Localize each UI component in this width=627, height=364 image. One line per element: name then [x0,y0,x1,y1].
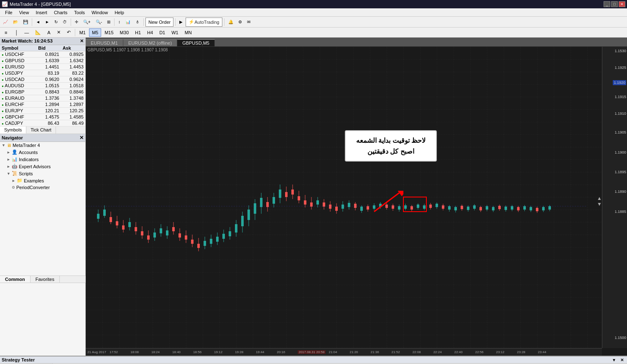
minimize-button[interactable]: _ [604,1,610,7]
folder-icon: 🖥 [7,143,11,148]
market-row[interactable]: ● CADJPY 86.43 86.49 [0,120,85,126]
nav-indicators[interactable]: ► 📊 Indicators [0,156,85,163]
separator-6 [224,18,224,26]
zoom-out-button[interactable]: 🔍- [94,18,104,27]
maximize-button[interactable]: □ [611,1,618,7]
refresh-button[interactable]: ↻ [52,18,60,27]
bar-chart-button[interactable]: 📊 [123,18,133,27]
ask-cell: 0.8925 [61,51,85,58]
market-row[interactable]: ● GBPUSD 1.6339 1.6342 [0,58,85,64]
tab-favorites[interactable]: Favorites [31,276,60,283]
ts-8: 19:28 [235,350,243,354]
market-row[interactable]: ● AUDUSD 1.0515 1.0518 [0,83,85,89]
tester-close-icon[interactable]: ✕ [619,358,625,362]
forward-button[interactable]: ► [43,18,51,27]
new-chart-button[interactable]: 📈 [1,18,10,27]
menu-insert[interactable]: Insert [32,9,51,16]
bid-cell: 83.19 [36,70,61,76]
menu-file[interactable]: File [2,9,16,16]
tf-d1[interactable]: D1 [156,28,168,37]
market-row[interactable]: ● EURGBP 0.8843 0.8846 [0,89,85,95]
tf-delete-button[interactable]: ✕ [54,28,64,37]
nav-examples[interactable]: ► 📁 Examples [0,177,85,184]
bid-cell: 1.3736 [36,95,61,101]
chart-canvas[interactable]: GBPUSD,M5 1.1907 1.1908 1.1907 1.1908 [86,47,627,356]
tab-symbols[interactable]: Symbols [0,126,26,134]
market-row[interactable]: ● EURJPY 120.21 120.25 [0,108,85,114]
tester-minimize[interactable]: ▼ [610,358,618,362]
menu-window[interactable]: Window [88,9,111,16]
tf-horizontal[interactable]: — [21,28,32,37]
tf-text-button[interactable]: A [44,28,53,37]
period-button[interactable]: ↕ [116,18,122,27]
nav-period-converter[interactable]: ⚙ PeriodConverter [0,184,85,191]
chart-scroll-right[interactable]: ▲▼ [597,195,602,207]
new-order-button[interactable]: New Order [145,18,173,27]
navigator-close[interactable]: ✕ [79,135,84,141]
autotrading-button[interactable]: ⚡ AutoTrading [186,18,222,27]
tf-m15[interactable]: M15 [102,28,116,37]
tf-m5[interactable]: M5 [89,28,101,37]
tf-h4[interactable]: H4 [144,28,156,37]
candle-button[interactable]: 🕯 [133,18,142,27]
open-button[interactable]: 📂 [11,18,20,27]
title-bar: 📈 MetaTrader 4 - [GBPUSD,M5] _ □ ✕ [0,0,627,8]
menu-tools[interactable]: Tools [71,9,88,16]
play-button[interactable]: ▶ [177,18,185,27]
price-1530: 1.1530 [614,49,626,53]
market-row[interactable]: ● USDJPY 83.19 83.22 [0,70,85,76]
dot-icon: ● [2,72,4,76]
crosshair-button[interactable]: ✛ [73,18,80,27]
svg-rect-82 [348,203,350,207]
tf-m30[interactable]: M30 [117,28,132,37]
close-button[interactable]: ✕ [619,1,625,7]
menu-charts[interactable]: Charts [51,9,71,16]
svg-rect-14 [135,227,137,231]
market-row[interactable]: ● EURUSD 1.4451 1.4453 [0,64,85,70]
history-button[interactable]: ⏱ [61,18,69,27]
tf-indicator-button[interactable]: 📐 [32,28,44,37]
tf-h1[interactable]: H1 [132,28,144,37]
separator-5 [175,18,176,26]
chart-tab-eurusd-m1[interactable]: EURUSD,M1 [86,39,123,46]
back-button[interactable]: ◄ [34,18,42,27]
nav-accounts[interactable]: ► 👤 Accounts [0,149,85,156]
nav-metatrader4[interactable]: ▼ 🖥 MetaTrader 4 [0,142,85,149]
main-area: Market Watch: 16:24:53 ✕ Symbol Bid Ask … [0,38,627,356]
tf-m1[interactable]: M1 [76,28,89,37]
save-button[interactable]: 💾 [21,18,30,27]
tf-line[interactable]: │ [12,28,21,37]
zoom-in-button[interactable]: 🔍+ [81,18,93,27]
tf-sidebar-button[interactable]: ≡ [2,28,10,37]
market-row[interactable]: ● EURAUD 1.3736 1.3748 [0,95,85,101]
title-bar-controls[interactable]: _ □ ✕ [604,1,625,7]
alert-button[interactable]: 🔔 [226,18,235,27]
chart-tab-gbpusd-m5[interactable]: GBPUSD,M5 [177,39,215,46]
ask-cell: 0.8846 [61,89,85,95]
menu-help[interactable]: Help [111,9,127,16]
market-row[interactable]: ● USDCAD 0.9620 0.9624 [0,76,85,83]
svg-rect-128 [492,207,494,210]
mail-button[interactable]: ✉ [245,18,252,27]
zoom-fit-button[interactable]: ⊞ [105,18,112,27]
tf-w1[interactable]: W1 [168,28,181,37]
market-row[interactable]: ● USDCHF 0.8921 0.8925 [0,51,85,58]
tab-tick-chart[interactable]: Tick Chart [26,126,56,134]
market-watch-table: Symbol Bid Ask ● USDCHF 0.8921 0.8925 ● … [0,45,85,126]
market-row[interactable]: ● EURCHF 1.2894 1.2897 [0,101,85,108]
chart-tab-eurusd-m2[interactable]: EURUSD,M2 (offline) [123,39,177,46]
svg-rect-116 [454,207,457,210]
nav-scripts[interactable]: ▼ 📜 Scripts [0,170,85,177]
indicators-icon: 📊 [12,157,18,162]
market-watch-close[interactable]: ✕ [80,38,84,44]
tf-undo-button[interactable]: ↶ [64,28,74,37]
market-row[interactable]: ● GBPCHF 1.4575 1.4585 [0,114,85,120]
menu-view[interactable]: View [16,9,33,16]
options-button[interactable]: ⚙ [236,18,244,27]
dot-icon: ● [2,59,4,63]
tab-common[interactable]: Common [0,276,31,283]
svg-rect-132 [505,207,507,210]
expand-icon: ▼ [2,143,5,147]
tf-mn[interactable]: MN [182,28,195,37]
nav-expert-advisors[interactable]: ► 🤖 Expert Advisors [0,163,85,170]
